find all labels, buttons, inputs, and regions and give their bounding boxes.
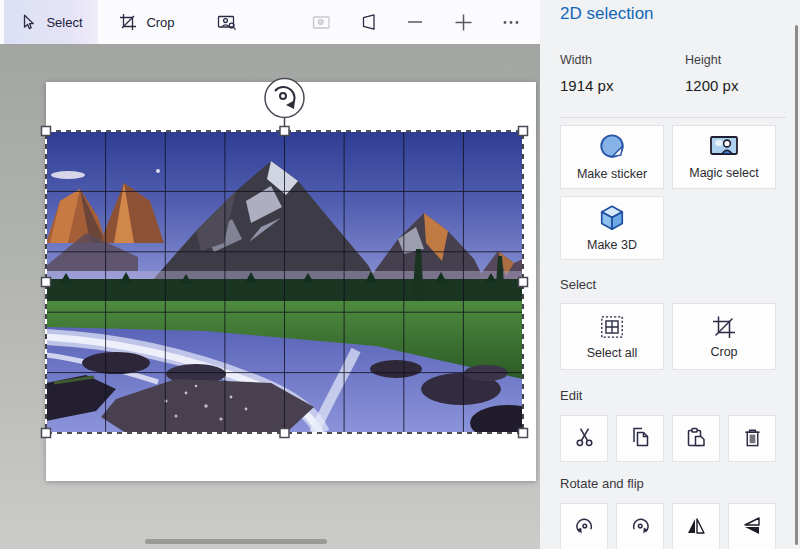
select-tool-label: Select [46,15,82,30]
crop-button[interactable]: Crop [672,303,776,370]
zoom-out-icon [406,13,424,31]
copy-button[interactable] [616,415,664,462]
handle-middle-left[interactable] [42,278,51,287]
photo-image[interactable] [46,131,523,433]
flip-horizontal-icon [686,516,706,540]
zoom-in-button[interactable] [444,0,482,44]
image-icon-disabled [302,0,340,44]
edit-section-label: Edit [560,388,582,403]
height-label: Height [685,53,721,67]
handle-top-left[interactable] [42,127,51,136]
flip-horizontal-button[interactable] [672,503,720,549]
select-all-button[interactable]: Select all [560,303,664,370]
rotate-left-button[interactable] [560,503,608,549]
side-panel: 2D selection Width 1914 px Height 1200 p… [540,0,800,549]
magic-select-icon [217,13,237,31]
handle-top-right[interactable] [519,127,528,136]
delete-button[interactable] [728,415,776,462]
select-all-icon [599,314,625,340]
width-label: Width [560,53,592,67]
handle-top-center[interactable] [280,127,289,136]
magic-select-label: Magic select [689,166,758,180]
rotate-handle[interactable] [265,79,304,118]
handle-bottom-right[interactable] [519,429,528,438]
width-value: 1914 px [560,77,613,94]
handle-middle-right[interactable] [519,278,528,287]
magic-select-icon [709,134,739,160]
vertical-scrollbar[interactable] [795,25,798,545]
canvas-toolbar: Select Crop [0,0,540,44]
canvas-workspace [0,44,540,549]
make-sticker-label: Make sticker [577,167,647,181]
height-value: 1200 px [685,77,738,94]
crop-tool-label: Crop [146,15,174,30]
zoom-out-button[interactable] [396,0,434,44]
make-sticker-button[interactable]: Make sticker [560,125,664,189]
rotate-right-icon [630,516,651,541]
paint3d-window: Select Crop [0,0,800,549]
flip-vertical-icon [742,516,762,540]
magic-select-button[interactable]: Magic select [672,125,776,189]
select-tool-button[interactable]: Select [4,0,98,44]
select-all-label: Select all [587,346,638,360]
horizontal-scrollbar[interactable] [145,539,327,544]
rotate-right-button[interactable] [616,503,664,549]
magic-select-tool-button[interactable] [206,0,248,44]
rotate-left-icon [574,516,595,541]
paste-button[interactable] [672,415,720,462]
panel-title: 2D selection [560,4,654,24]
perspective-icon [360,13,378,31]
handle-bottom-left[interactable] [42,429,51,438]
cursor-icon [19,13,37,31]
separator [560,117,786,118]
rotate-section-label: Rotate and flip [560,476,644,491]
make-3d-button[interactable]: Make 3D [560,196,664,260]
crop-icon [119,13,137,31]
delete-icon [742,426,763,452]
flip-vertical-button[interactable] [728,503,776,549]
make-3d-label: Make 3D [587,238,637,252]
cube-3d-icon [598,204,626,232]
more-options-button[interactable] [492,0,530,44]
perspective-icon-button[interactable] [350,0,388,44]
crop-icon [712,315,736,339]
paste-icon [685,426,707,452]
cut-icon [574,426,595,451]
copy-icon [629,426,651,452]
crop-label: Crop [710,345,737,359]
cut-button[interactable] [560,415,608,462]
zoom-in-icon [454,13,473,32]
more-icon [501,13,521,31]
sticker-icon [598,133,626,161]
handle-bottom-center[interactable] [280,429,289,438]
mountain-landscape [46,131,523,433]
select-section-label: Select [560,277,596,292]
crop-tool-button[interactable]: Crop [102,0,192,44]
